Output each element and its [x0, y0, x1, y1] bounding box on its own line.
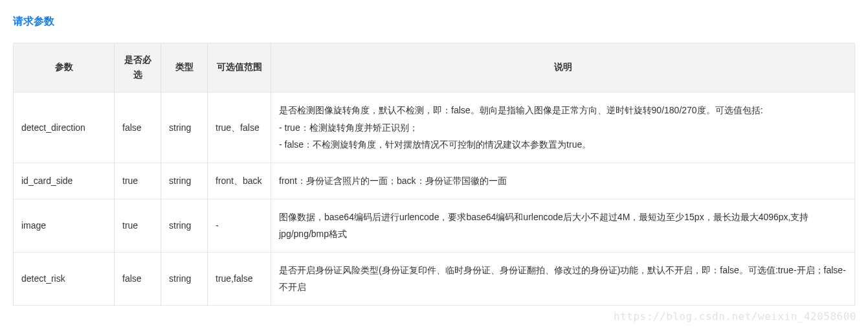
cell-param: detect_risk	[14, 252, 115, 305]
desc-line: 是否检测图像旋转角度，默认不检测，即：false。朝向是指输入图像是正常方向、逆…	[279, 102, 847, 119]
cell-range: -	[208, 199, 271, 252]
cell-required: false	[115, 252, 161, 305]
cell-required: false	[115, 93, 161, 163]
cell-required: true	[115, 163, 161, 199]
cell-range: front、back	[208, 163, 271, 199]
cell-param: detect_direction	[14, 93, 115, 163]
header-desc: 说明	[271, 43, 855, 93]
cell-range: true、false	[208, 93, 271, 163]
desc-line: - true：检测旋转角度并矫正识别；	[279, 119, 847, 137]
cell-desc: 图像数据，base64编码后进行urlencode，要求base64编码和url…	[271, 199, 855, 252]
cell-type: string	[161, 93, 208, 163]
table-body: detect_directionfalsestringtrue、false是否检…	[14, 93, 855, 306]
cell-type: string	[161, 252, 208, 305]
cell-type: string	[161, 199, 208, 252]
table-row: detect_directionfalsestringtrue、false是否检…	[14, 93, 855, 163]
table-row: detect_riskfalsestringtrue,false是否开启身份证风…	[14, 252, 855, 305]
header-param: 参数	[14, 43, 115, 93]
watermark-text: https://blog.csdn.net/weixin_42058600	[614, 308, 856, 319]
section-title: 请求参数	[13, 13, 855, 30]
header-range: 可选值范围	[208, 43, 271, 93]
cell-type: string	[161, 163, 208, 199]
table-header-row: 参数 是否必选 类型 可选值范围 说明	[14, 43, 855, 93]
cell-param: image	[14, 199, 115, 252]
header-type: 类型	[161, 43, 208, 93]
cell-required: true	[115, 199, 161, 252]
header-required: 是否必选	[115, 43, 161, 93]
desc-line: 是否开启身份证风险类型(身份证复印件、临时身份证、身份证翻拍、修改过的身份证)功…	[279, 262, 847, 296]
cell-desc: 是否开启身份证风险类型(身份证复印件、临时身份证、身份证翻拍、修改过的身份证)功…	[271, 252, 855, 305]
cell-desc: 是否检测图像旋转角度，默认不检测，即：false。朝向是指输入图像是正常方向、逆…	[271, 93, 855, 163]
cell-param: id_card_side	[14, 163, 115, 199]
cell-desc: front：身份证含照片的一面；back：身份证带国徽的一面	[271, 163, 855, 199]
table-row: imagetruestring-图像数据，base64编码后进行urlencod…	[14, 199, 855, 252]
cell-range: true,false	[208, 252, 271, 305]
desc-line: 图像数据，base64编码后进行urlencode，要求base64编码和url…	[279, 209, 847, 243]
desc-line: - false：不检测旋转角度，针对摆放情况不可控制的情况建议本参数置为true…	[279, 136, 847, 153]
table-row: id_card_sidetruestringfront、backfront：身份…	[14, 163, 855, 199]
desc-line: front：身份证含照片的一面；back：身份证带国徽的一面	[279, 172, 847, 190]
params-table: 参数 是否必选 类型 可选值范围 说明 detect_directionfals…	[13, 43, 855, 306]
